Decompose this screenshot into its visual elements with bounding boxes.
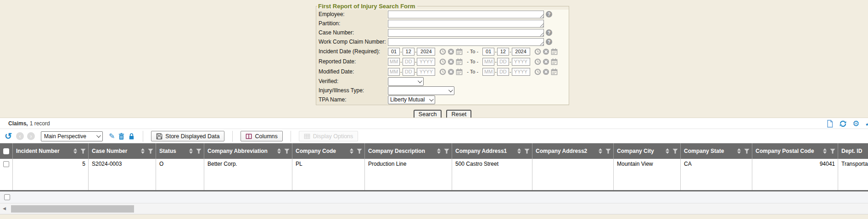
calendar-icon[interactable]	[456, 68, 463, 75]
clear-icon[interactable]	[448, 68, 454, 75]
filter-icon[interactable]	[744, 149, 750, 154]
refresh-icon[interactable]	[839, 120, 847, 128]
tpa-name-select[interactable]: Liberty Mutual	[388, 95, 435, 104]
column-header-dept-id[interactable]: Dept. ID	[838, 143, 868, 159]
sort-icon[interactable]	[823, 148, 827, 154]
calendar-icon[interactable]	[551, 58, 558, 65]
filter-icon[interactable]	[357, 149, 362, 154]
calendar-icon[interactable]	[456, 58, 463, 65]
form-row-incident-date: Incident Date (Required): 01- 12- 2024 -…	[316, 46, 569, 56]
columns-button[interactable]: Columns	[241, 131, 282, 141]
help-icon[interactable]: ?	[546, 11, 552, 17]
sort-icon[interactable]	[73, 148, 77, 154]
store-displayed-data-button[interactable]: Store Displayed Data	[151, 131, 224, 141]
perspective-select[interactable]: Main Perspective	[41, 131, 103, 141]
filter-icon[interactable]	[830, 149, 835, 154]
clear-icon[interactable]	[543, 58, 549, 65]
clear-icon[interactable]	[448, 48, 454, 55]
column-header-case-number[interactable]: Case Number	[89, 143, 156, 159]
calendar-icon[interactable]	[456, 48, 463, 55]
modified-from-yyyy[interactable]: YYYY	[417, 68, 435, 76]
sort-icon[interactable]	[737, 148, 741, 154]
column-header-status[interactable]: Status	[156, 143, 204, 159]
partition-input[interactable]	[388, 20, 544, 28]
modified-to-mm[interactable]: MM	[482, 68, 494, 76]
sort-icon[interactable]	[350, 148, 353, 154]
clock-icon[interactable]	[439, 48, 446, 55]
column-header-company-description[interactable]: Company Description	[365, 143, 452, 159]
reported-to-dd[interactable]: DD	[497, 58, 509, 66]
column-header-company-city[interactable]: Company City	[614, 143, 681, 159]
scroll-left-icon[interactable]: ◀	[3, 207, 6, 211]
modified-to-yyyy[interactable]: YYYY	[512, 68, 530, 76]
scrollbar-thumb[interactable]	[11, 205, 134, 213]
reported-to-mm[interactable]: MM	[482, 58, 494, 66]
modified-to-dd[interactable]: DD	[497, 68, 509, 76]
select-all-checkbox[interactable]	[3, 148, 9, 154]
sort-icon[interactable]	[189, 148, 193, 154]
clear-icon[interactable]	[543, 68, 549, 75]
help-icon[interactable]: ?	[546, 39, 552, 45]
lock-perspective-icon[interactable]	[128, 133, 135, 140]
sort-icon[interactable]	[599, 148, 602, 154]
injury-type-select[interactable]	[388, 86, 454, 95]
clock-icon[interactable]	[534, 68, 541, 75]
filter-icon[interactable]	[444, 149, 449, 154]
column-header-company-state[interactable]: Company State	[681, 143, 752, 159]
filter-icon[interactable]	[148, 149, 153, 154]
filter-icon[interactable]	[524, 149, 530, 154]
new-page-icon[interactable]	[826, 120, 834, 128]
edit-perspective-icon[interactable]: ✎	[109, 133, 115, 140]
modified-from-mm[interactable]: MM	[388, 68, 400, 76]
reported-from-mm[interactable]: MM	[388, 58, 400, 66]
calendar-icon[interactable]	[551, 68, 558, 75]
undo-icon[interactable]: ↺	[5, 132, 12, 140]
horizontal-scrollbar[interactable]: ◀	[0, 203, 868, 214]
incident-from-dd[interactable]: 12	[403, 48, 414, 56]
clock-icon[interactable]	[534, 48, 541, 55]
sort-icon[interactable]	[517, 148, 521, 154]
incident-from-mm[interactable]: 01	[388, 48, 400, 56]
incident-to-mm[interactable]: 01	[482, 48, 494, 56]
sort-icon[interactable]	[437, 148, 441, 154]
filter-icon[interactable]	[80, 149, 86, 154]
row-checkbox[interactable]	[3, 161, 9, 167]
reported-from-yyyy[interactable]: YYYY	[417, 58, 435, 66]
clear-icon[interactable]	[543, 48, 549, 55]
verified-select[interactable]	[388, 77, 424, 86]
clock-icon[interactable]	[439, 58, 446, 65]
column-header-company-address2[interactable]: Company Address2	[532, 143, 614, 159]
sort-icon[interactable]	[666, 148, 669, 154]
table-row[interactable]: 5 S2024-0003 O Better Corp. PL Productio…	[0, 159, 868, 191]
columns-icon	[246, 133, 252, 140]
clock-icon[interactable]	[534, 58, 541, 65]
column-header-company-postal-code[interactable]: Company Postal Code	[752, 143, 838, 159]
reported-from-dd[interactable]: DD	[403, 58, 414, 66]
help-icon[interactable]: ?	[546, 29, 552, 36]
check-icon[interactable]: ✓	[865, 119, 868, 128]
column-header-incident-number[interactable]: Incident Number	[13, 143, 89, 159]
modified-from-dd[interactable]: DD	[403, 68, 414, 76]
column-header-company-address1[interactable]: Company Address1	[452, 143, 532, 159]
column-header-company-abbreviation[interactable]: Company Abbreviation	[204, 143, 292, 159]
filter-icon[interactable]	[672, 149, 678, 154]
gear-icon[interactable]: ⚙	[852, 120, 859, 128]
sort-icon[interactable]	[141, 148, 145, 154]
clear-icon[interactable]	[448, 58, 454, 65]
work-comp-input[interactable]	[388, 38, 544, 46]
case-number-input[interactable]	[388, 29, 544, 37]
incident-to-dd[interactable]: 12	[497, 48, 509, 56]
delete-perspective-icon[interactable]	[118, 133, 125, 140]
incident-to-yyyy[interactable]: 2024	[512, 48, 530, 56]
employee-input[interactable]	[388, 11, 544, 18]
filter-icon[interactable]	[284, 149, 290, 154]
incident-from-yyyy[interactable]: 2024	[417, 48, 435, 56]
calendar-icon[interactable]	[551, 48, 558, 55]
filter-icon[interactable]	[605, 149, 611, 154]
filter-icon[interactable]	[196, 149, 202, 154]
sort-icon[interactable]	[277, 148, 281, 154]
column-header-company-code[interactable]: Company Code	[292, 143, 365, 159]
footer-checkbox[interactable]	[4, 194, 10, 200]
reported-to-yyyy[interactable]: YYYY	[512, 58, 530, 66]
clock-icon[interactable]	[439, 68, 446, 75]
